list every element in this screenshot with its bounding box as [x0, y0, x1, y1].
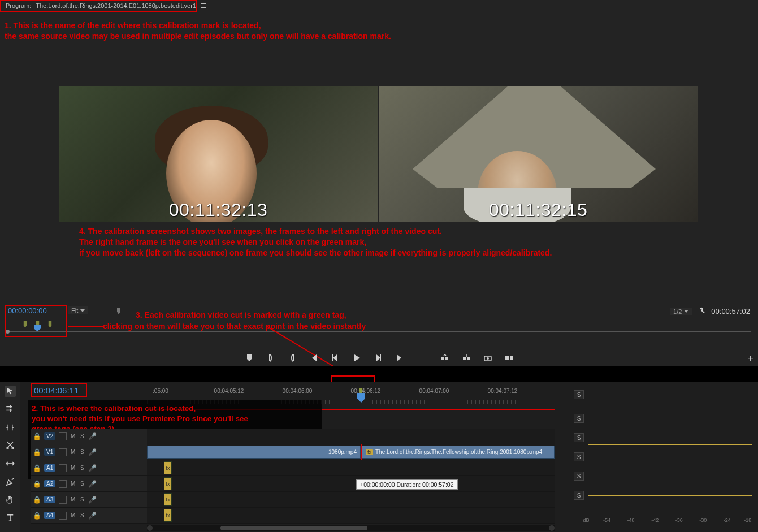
duration-tooltip: +00:00:00:00 Duration: 00:00:57:02: [356, 479, 458, 490]
lock-icon[interactable]: 🔒: [33, 432, 41, 440]
solo-button[interactable]: S: [574, 390, 584, 399]
timeline-header: 00:04:06:11: [31, 386, 82, 395]
mini-playhead[interactable]: [34, 325, 41, 331]
track-a1-row[interactable]: fx: [147, 460, 555, 476]
export-frame-button[interactable]: [483, 353, 492, 362]
right-frame-timecode: 00:11:32:15: [489, 200, 588, 220]
toggle-track-output[interactable]: [59, 480, 67, 488]
audio-level-line: [588, 444, 752, 445]
button-editor-button[interactable]: +: [747, 353, 753, 365]
mark-in-button[interactable]: [266, 353, 275, 362]
monitor-right-timecode: 00:00:57:02: [711, 307, 750, 315]
audio-level-line: [588, 495, 752, 496]
track-header-a4[interactable]: 🔒 A4 M S 🎤: [31, 508, 147, 524]
resolution-dropdown[interactable]: 1/2: [670, 308, 692, 315]
annotation-4: 4. The calibration screenshot shows two …: [79, 226, 701, 258]
video-clip-right[interactable]: fx The.Lord.of.the.Rings.The.Fellowship.…: [362, 446, 555, 459]
timeline-panel: 00:04:06:11 :05:00 00:04:05:12 00:04:06:…: [0, 382, 758, 532]
lock-icon[interactable]: 🔒: [33, 464, 41, 472]
program-panel-title: Program: The.Lord.of.the.Rings.2001-2014…: [0, 0, 212, 11]
mic-icon[interactable]: 🎤: [88, 432, 95, 440]
track-header-v1[interactable]: 🔒 V1 M S 🎤: [31, 444, 147, 460]
settings-icon[interactable]: [698, 306, 705, 316]
mic-icon[interactable]: 🎤: [88, 448, 95, 456]
monitor-mini-timeline[interactable]: [7, 320, 751, 337]
video-clip-left[interactable]: 1080p.mp4: [147, 446, 361, 459]
calibration-screenshot: 00:11:32:13 00:11:32:15: [59, 86, 698, 222]
mark-out-button[interactable]: [288, 353, 297, 362]
track-header-a3[interactable]: 🔒 A3 M S 🎤: [31, 492, 147, 508]
toggle-track-output[interactable]: [59, 512, 67, 520]
mic-icon[interactable]: 🎤: [88, 496, 95, 504]
extract-button[interactable]: [462, 353, 471, 362]
toggle-track-output[interactable]: [59, 432, 67, 440]
razor-tool[interactable]: [5, 440, 16, 451]
scrollbar-thumb[interactable]: [220, 526, 367, 530]
track-select-tool[interactable]: [5, 404, 16, 415]
timeline-current-timecode[interactable]: 00:04:06:11: [31, 384, 82, 396]
add-marker-button[interactable]: [245, 353, 254, 362]
ruler-label: 00:04:06:12: [351, 388, 381, 394]
mic-icon[interactable]: 🎤: [88, 512, 95, 520]
lift-button[interactable]: [440, 353, 449, 362]
step-forward-button[interactable]: [374, 353, 383, 362]
track-headers: 🔒 V2 M S 🎤 🔒 V1 M S 🎤 🔒 A1 M S 🎤 🔒 A2: [31, 429, 147, 524]
type-tool[interactable]: [5, 512, 16, 524]
solo-button[interactable]: S: [574, 452, 584, 461]
svg-rect-2: [445, 357, 448, 360]
panel-menu-icon[interactable]: [201, 3, 206, 8]
marker-icon[interactable]: [116, 308, 122, 314]
track-header-a1[interactable]: 🔒 A1 M S 🎤: [31, 460, 147, 476]
toggle-track-output[interactable]: [59, 464, 67, 472]
track-v2-row[interactable]: [147, 429, 555, 444]
scrollbar-cap-left[interactable]: [147, 525, 153, 531]
solo-button[interactable]: S: [574, 491, 584, 500]
timeline-ruler[interactable]: :05:00 00:04:05:12 00:04:06:00 00:04:06:…: [147, 388, 555, 401]
solo-button[interactable]: S: [574, 433, 584, 442]
annotation-1: 1. This is the name of the edit where th…: [5, 20, 513, 42]
solo-button[interactable]: S: [574, 414, 584, 423]
lock-icon[interactable]: 🔒: [33, 512, 41, 520]
svg-point-6: [487, 357, 489, 360]
timeline-zoom-scrollbar[interactable]: [147, 525, 555, 531]
mic-icon[interactable]: 🎤: [88, 464, 95, 472]
selection-tool[interactable]: [5, 386, 16, 397]
track-header-v2[interactable]: 🔒 V2 M S 🎤: [31, 429, 147, 444]
slip-tool[interactable]: [5, 458, 16, 469]
comparison-view-button[interactable]: [505, 353, 514, 362]
cut-point[interactable]: [361, 444, 362, 460]
lock-icon[interactable]: 🔒: [33, 496, 41, 504]
timeline-start-dot[interactable]: [6, 330, 10, 334]
go-to-in-button[interactable]: [309, 353, 318, 362]
mic-icon[interactable]: 🎤: [88, 480, 95, 488]
step-back-button[interactable]: [331, 353, 340, 362]
clip-area[interactable]: 1080p.mp4 fx The.Lord.of.the.Rings.The.F…: [147, 429, 555, 524]
lock-icon[interactable]: 🔒: [33, 448, 41, 456]
audio-clip[interactable]: fx: [164, 509, 172, 522]
track-a4-row[interactable]: fx: [147, 508, 555, 524]
transport-bar: [0, 351, 758, 365]
toggle-track-output[interactable]: [59, 448, 67, 456]
track-a2-row[interactable]: fx +00:00:00:00 Duration: 00:00:57:02: [147, 476, 555, 492]
play-button[interactable]: [352, 353, 361, 362]
solo-button[interactable]: S: [574, 472, 584, 481]
audio-clip[interactable]: fx: [164, 461, 172, 474]
pen-tool[interactable]: [5, 476, 16, 487]
scrollbar-cap-right[interactable]: [549, 525, 555, 531]
lock-icon[interactable]: 🔒: [33, 480, 41, 488]
track-header-a2[interactable]: 🔒 A2 M S 🎤: [31, 476, 147, 492]
track-a3-row[interactable]: fx: [147, 492, 555, 508]
hand-tool[interactable]: [5, 494, 16, 505]
audio-clip[interactable]: fx: [164, 493, 172, 506]
zoom-fit-dropdown[interactable]: Fit: [68, 306, 88, 314]
ripple-edit-tool[interactable]: [5, 422, 16, 433]
monitor-left-timecode[interactable]: 00:00:00:00: [8, 306, 47, 315]
green-marker[interactable]: [23, 321, 28, 328]
toggle-track-output[interactable]: [59, 496, 67, 504]
audio-clip[interactable]: fx: [164, 477, 172, 490]
green-marker[interactable]: [47, 321, 53, 328]
svg-rect-1: [441, 357, 444, 360]
calibration-frame-right: 00:11:32:15: [379, 86, 698, 222]
track-v1-row[interactable]: 1080p.mp4 fx The.Lord.of.the.Rings.The.F…: [147, 444, 555, 460]
go-to-out-button[interactable]: [395, 353, 404, 362]
